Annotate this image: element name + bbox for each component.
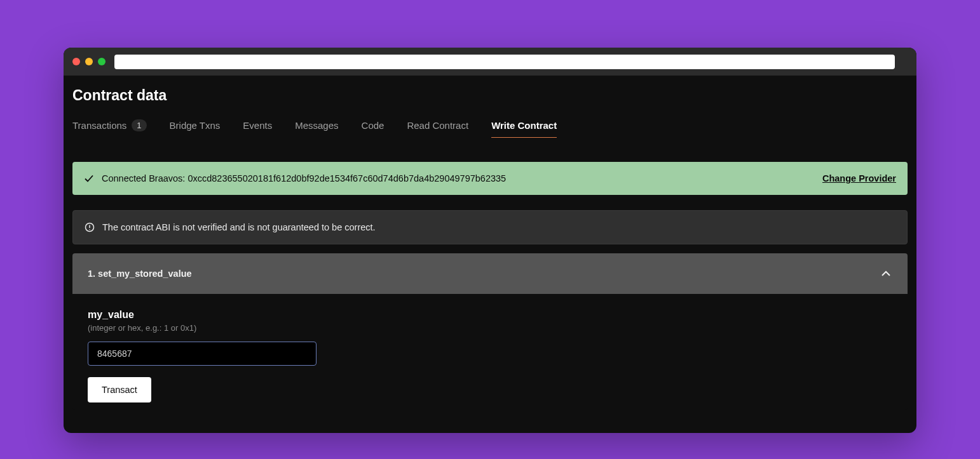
tab-badge: 1 <box>132 119 146 131</box>
transact-button[interactable]: Transact <box>88 377 151 402</box>
banner-left: Connected Braavos: 0xccd823655020181f612… <box>84 173 506 183</box>
tabs-nav: Transactions 1 Bridge Txns Events Messag… <box>72 119 908 138</box>
function-body: my_value (integer or hex, e.g.: 1 or 0x1… <box>72 294 908 410</box>
tab-write-contract[interactable]: Write Contract <box>491 120 557 138</box>
tab-label: Read Contract <box>407 120 468 131</box>
maximize-window-button[interactable] <box>98 58 105 65</box>
tab-label: Bridge Txns <box>170 120 221 131</box>
tab-label: Transactions <box>72 120 126 131</box>
function-header[interactable]: 1. set_my_stored_value <box>72 253 908 294</box>
function-title: 1. set_my_stored_value <box>88 269 192 279</box>
tab-label: Messages <box>295 120 338 131</box>
connected-text: Connected Braavos: 0xccd823655020181f612… <box>102 173 506 183</box>
my-value-input[interactable] <box>88 342 316 366</box>
connection-banner: Connected Braavos: 0xccd823655020181f612… <box>72 162 908 195</box>
function-panel: 1. set_my_stored_value my_value (integer… <box>72 253 908 410</box>
app-window: Contract data Transactions 1 Bridge Txns… <box>64 48 916 433</box>
chevron-up-icon <box>880 267 892 280</box>
url-bar[interactable] <box>114 55 895 69</box>
tab-read-contract[interactable]: Read Contract <box>407 120 468 137</box>
minimize-window-button[interactable] <box>85 58 93 65</box>
content-area: Contract data Transactions 1 Bridge Txns… <box>64 76 916 433</box>
titlebar <box>64 48 916 76</box>
traffic-lights <box>72 58 105 65</box>
param-hint: (integer or hex, e.g.: 1 or 0x1) <box>88 323 892 333</box>
svg-point-2 <box>89 229 90 230</box>
tab-label: Write Contract <box>491 120 557 131</box>
tab-label: Events <box>243 120 272 131</box>
change-provider-link[interactable]: Change Provider <box>822 173 896 183</box>
close-window-button[interactable] <box>72 58 80 65</box>
warning-text: The contract ABI is not verified and is … <box>102 222 376 232</box>
info-icon <box>85 222 95 232</box>
page-title: Contract data <box>72 87 908 104</box>
param-label: my_value <box>88 309 892 321</box>
tab-events[interactable]: Events <box>243 120 272 137</box>
tab-code[interactable]: Code <box>362 120 385 137</box>
checkmark-icon <box>84 173 94 183</box>
abi-warning-banner: The contract ABI is not verified and is … <box>72 210 908 244</box>
tab-messages[interactable]: Messages <box>295 120 338 137</box>
tab-bridge-txns[interactable]: Bridge Txns <box>170 120 221 137</box>
tab-label: Code <box>362 120 385 131</box>
tab-transactions[interactable]: Transactions 1 <box>72 119 147 138</box>
